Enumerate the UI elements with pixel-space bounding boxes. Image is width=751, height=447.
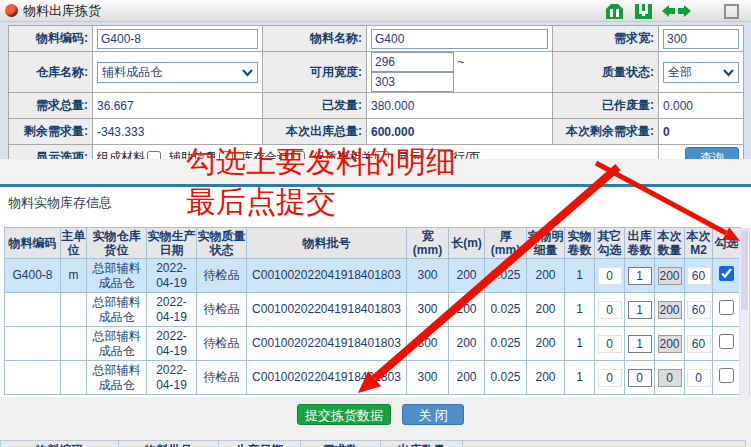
column-header: 长(m) bbox=[449, 228, 485, 259]
total-demand-value: 36.667 bbox=[93, 93, 263, 119]
inventory-table: 物料编码主单位实物仓库货位实物生产日期实物质量状态物料批号宽(mm)长(m)厚(… bbox=[4, 227, 741, 395]
column-header: 其它勾选 bbox=[595, 228, 625, 259]
app-logo-icon bbox=[5, 4, 18, 17]
material-name-input[interactable] bbox=[371, 29, 548, 49]
table-row: 总部辅料成品仓2022-04-19待检品C0010020220419184018… bbox=[5, 327, 741, 361]
material-code-label: 物料编码: bbox=[9, 26, 93, 52]
range-separator: ~ bbox=[457, 55, 464, 69]
warehouse-select-value: 辅料成品仓 bbox=[102, 65, 162, 79]
qty-input[interactable] bbox=[658, 301, 682, 319]
out-rolls-input[interactable] bbox=[628, 369, 652, 387]
total-demand-label: 需求总量: bbox=[9, 93, 93, 119]
qty-input[interactable] bbox=[658, 335, 682, 353]
column-header: 实物卷数 bbox=[565, 228, 595, 259]
window-title: 物料出库拣货 bbox=[23, 2, 101, 20]
row-select-checkbox[interactable] bbox=[719, 266, 734, 281]
spacer-strip bbox=[0, 159, 751, 184]
close-button[interactable]: 关 闭 bbox=[402, 404, 464, 425]
column-header: 实物生产日期 bbox=[147, 228, 197, 259]
column-header: 本次M2 bbox=[685, 228, 713, 259]
qty-input[interactable] bbox=[658, 267, 682, 285]
column-header: 实物明细量 bbox=[527, 228, 565, 259]
scrollbar-thumb[interactable] bbox=[741, 230, 748, 310]
clipped-column-header: 需求数 bbox=[300, 440, 380, 447]
row-select-checkbox[interactable] bbox=[719, 368, 734, 383]
outbound-total-value: 600.000 bbox=[367, 119, 553, 145]
picking-dialog: 物料出库拣货 物料编码: 物料名称: 需求宽: 仓库名称: bbox=[0, 0, 751, 447]
maximize-icon[interactable] bbox=[724, 4, 739, 19]
column-header: 勾选 bbox=[713, 228, 741, 259]
out-rolls-input[interactable] bbox=[628, 267, 652, 285]
remaining-demand-label: 剩余需求量: bbox=[9, 119, 93, 145]
clipped-table-header: 物料编码物料批号生产日期需求数出库数量 bbox=[0, 440, 751, 447]
outbound-icon[interactable] bbox=[603, 3, 626, 20]
avail-width-to-input[interactable] bbox=[371, 72, 454, 92]
avail-width-label: 可用宽度: bbox=[263, 52, 367, 93]
section-divider bbox=[0, 184, 751, 187]
quality-status-label: 质量状态: bbox=[553, 52, 659, 93]
quality-status-value: 全部 bbox=[668, 65, 692, 79]
inventory-table-wrap: 物料编码主单位实物仓库货位实物生产日期实物质量状态物料批号宽(mm)长(m)厚(… bbox=[4, 227, 741, 395]
submit-picking-button[interactable]: 提交拣货数据 bbox=[297, 404, 391, 425]
footer-area: 提交拣货数据 关 闭 物料编码物料批号生产日期需求数出库数量 bbox=[0, 397, 751, 447]
section-title: 物料实物库存信息 bbox=[8, 194, 112, 212]
m2-input[interactable] bbox=[687, 301, 711, 319]
voided-qty-value: 0.000 bbox=[659, 93, 744, 119]
column-header: 物料编码 bbox=[5, 228, 61, 259]
inventory-table-body: G400-8m总部辅料成品仓2022-04-19待检品C001002022041… bbox=[5, 259, 741, 395]
remaining-after-value: 0 bbox=[659, 119, 744, 145]
material-code-input[interactable] bbox=[97, 29, 258, 49]
clipped-column-header: 物料编码 bbox=[0, 440, 118, 447]
transfer-arrows-icon[interactable] bbox=[661, 3, 692, 19]
title-bar: 物料出库拣货 bbox=[0, 0, 751, 22]
material-name-label: 物料名称: bbox=[263, 26, 367, 52]
out-rolls-input[interactable] bbox=[628, 335, 652, 353]
clipped-column-header: 出库数量 bbox=[380, 440, 462, 447]
out-rolls-input[interactable] bbox=[628, 301, 652, 319]
other-check-input[interactable] bbox=[598, 301, 622, 319]
clipped-column-header bbox=[462, 440, 746, 447]
column-header: 厚(mm) bbox=[485, 228, 527, 259]
annotation-text-2: 最后点提交 bbox=[186, 185, 336, 219]
table-row: 总部辅料成品仓2022-04-19待检品C0010020220419184018… bbox=[5, 361, 741, 395]
issued-qty-label: 已发量: bbox=[263, 93, 367, 119]
clipped-column-header: 生产日期 bbox=[218, 440, 300, 447]
remaining-after-label: 本次剩余需求量: bbox=[553, 119, 659, 145]
required-width-label: 需求宽: bbox=[553, 26, 659, 52]
required-width-input[interactable] bbox=[663, 29, 739, 49]
table-row: G400-8m总部辅料成品仓2022-04-19待检品C001002022041… bbox=[5, 259, 741, 293]
voided-qty-label: 已作废量: bbox=[553, 93, 659, 119]
column-header: 本次数量 bbox=[655, 228, 685, 259]
issued-qty-value: 380.000 bbox=[367, 93, 553, 119]
m2-input[interactable] bbox=[687, 335, 711, 353]
filter-form-panel: 物料编码: 物料名称: 需求宽: 仓库名称: 辅料成品仓 可用宽度: bbox=[0, 22, 751, 159]
row-select-checkbox[interactable] bbox=[719, 300, 734, 315]
column-header: 实物质量状态 bbox=[197, 228, 247, 259]
qty-input[interactable] bbox=[658, 369, 682, 387]
m2-input[interactable] bbox=[687, 369, 711, 387]
column-header: 主单位 bbox=[61, 228, 87, 259]
quality-status-select[interactable]: 全部 bbox=[663, 62, 739, 83]
warehouse-label: 仓库名称: bbox=[9, 52, 93, 93]
column-header: 出库卷数 bbox=[625, 228, 655, 259]
vertical-scrollbar[interactable] bbox=[739, 228, 750, 398]
avail-width-from-input[interactable] bbox=[371, 52, 454, 72]
other-check-input[interactable] bbox=[598, 335, 622, 353]
other-check-input[interactable] bbox=[598, 369, 622, 387]
remaining-demand-value: -343.333 bbox=[93, 119, 263, 145]
clipped-column-header: 物料批号 bbox=[118, 440, 218, 447]
row-select-checkbox[interactable] bbox=[719, 334, 734, 349]
column-header: 实物仓库货位 bbox=[87, 228, 147, 259]
m2-input[interactable] bbox=[687, 267, 711, 285]
column-header: 物料批号 bbox=[247, 228, 407, 259]
warehouse-select[interactable]: 辅料成品仓 bbox=[97, 62, 258, 83]
table-row: 总部辅料成品仓2022-04-19待检品C0010020220419184018… bbox=[5, 293, 741, 327]
inbound-icon[interactable] bbox=[632, 3, 655, 20]
column-header: 宽(mm) bbox=[407, 228, 449, 259]
chevron-down-icon bbox=[242, 69, 253, 77]
chevron-down-icon bbox=[723, 69, 734, 77]
outbound-total-label: 本次出库总量: bbox=[263, 119, 367, 145]
other-check-input[interactable] bbox=[598, 267, 622, 285]
